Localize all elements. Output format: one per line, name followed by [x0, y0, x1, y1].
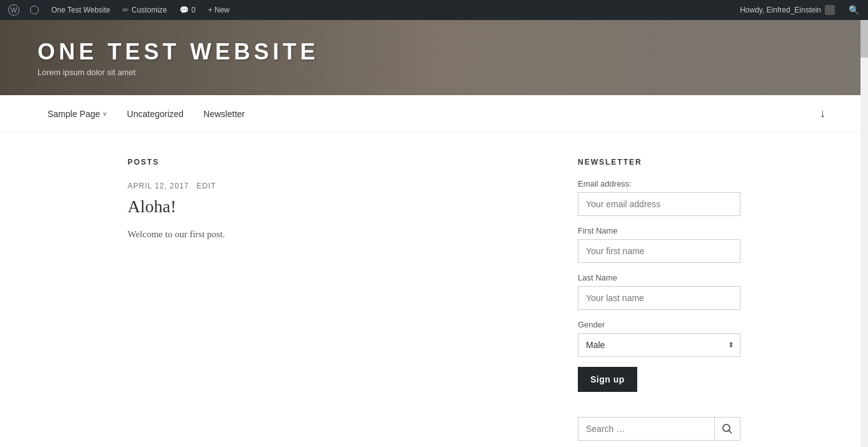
signup-button[interactable]: Sign up [578, 367, 637, 392]
svg-point-3 [723, 424, 730, 431]
adminbar-comments[interactable]: 💬 0 [174, 0, 201, 20]
first-name-label: First Name [578, 226, 740, 235]
site-title: ONE TEST WEBSITE [38, 39, 319, 65]
search-icon [722, 424, 732, 434]
nav-item-sample-page[interactable]: Sample Page ∨ [38, 99, 117, 129]
adminbar-search-icon[interactable]: 🔍 [845, 5, 863, 15]
email-input[interactable] [578, 192, 740, 216]
adminbar-right: Howdy, Einfred_Einstein 🔍 [735, 5, 863, 15]
first-name-group: First Name [578, 226, 740, 263]
gender-select-wrapper: Male Female Other [578, 333, 740, 357]
last-name-label: Last Name [578, 273, 740, 282]
search-form [578, 417, 740, 441]
user-avatar [825, 5, 835, 15]
adminbar-new[interactable]: + New [203, 0, 235, 20]
search-button[interactable] [714, 418, 740, 440]
scrollbar-track[interactable] [860, 20, 868, 447]
site-nav: Sample Page ∨ Uncategorized Newsletter ↓ [0, 95, 868, 133]
nav-item-uncategorized[interactable]: Uncategorized [117, 99, 193, 129]
posts-column: POSTS APRIL 12, 2017 EDIT Aloha! Welcome… [128, 158, 540, 441]
nav-link-uncategorized[interactable]: Uncategorized [117, 99, 193, 129]
email-group: Email address: [578, 179, 740, 216]
post-meta: APRIL 12, 2017 EDIT [128, 182, 540, 190]
last-name-input[interactable] [578, 286, 740, 310]
site-header-text: ONE TEST WEBSITE Lorem ipsum dolor sit a… [38, 39, 319, 77]
chevron-down-icon: ∨ [103, 110, 107, 117]
site-header: ONE TEST WEBSITE Lorem ipsum dolor sit a… [0, 20, 868, 95]
last-name-group: Last Name [578, 273, 740, 310]
adminbar-site-name[interactable]: One Test Website [46, 0, 115, 20]
nav-item-newsletter[interactable]: Newsletter [193, 99, 255, 129]
search-widget [578, 417, 740, 441]
post-item: APRIL 12, 2017 EDIT Aloha! Welcome to ou… [128, 182, 540, 242]
gender-label: Gender [578, 320, 740, 329]
nav-link-newsletter[interactable]: Newsletter [193, 99, 255, 129]
post-title: Aloha! [128, 197, 540, 217]
post-edit-link[interactable]: EDIT [196, 182, 216, 190]
svg-text:W: W [11, 6, 18, 14]
site-main: POSTS APRIL 12, 2017 EDIT Aloha! Welcome… [90, 133, 778, 447]
svg-line-4 [729, 431, 732, 434]
nav-scroll-down-button[interactable]: ↓ [815, 105, 830, 123]
gender-group: Gender Male Female Other [578, 320, 740, 357]
sidebar: NEWSLETTER Email address: First Name Las… [578, 158, 740, 441]
svg-point-2 [31, 6, 39, 14]
post-excerpt: Welcome to our first post. [128, 227, 540, 242]
wp-logo-icon[interactable]: W [5, 1, 23, 19]
site-tagline: Lorem ipsum dolor sit amet [38, 68, 319, 77]
nav-menu: Sample Page ∨ Uncategorized Newsletter [38, 99, 815, 129]
adminbar-howdy[interactable]: Howdy, Einfred_Einstein [735, 5, 840, 15]
first-name-input[interactable] [578, 239, 740, 263]
email-label: Email address: [578, 179, 740, 188]
post-title-link[interactable]: Aloha! [128, 197, 176, 216]
posts-heading: POSTS [128, 158, 540, 167]
post-date: APRIL 12, 2017 [128, 182, 189, 190]
newsletter-widget-title: NEWSLETTER [578, 158, 740, 167]
admin-bar: W One Test Website ✏ Customize 💬 0 + New… [0, 0, 868, 20]
newsletter-widget: NEWSLETTER Email address: First Name Las… [578, 158, 740, 392]
nav-link-sample-page[interactable]: Sample Page ∨ [38, 99, 117, 129]
scrollbar-thumb[interactable] [860, 20, 868, 58]
gender-select[interactable]: Male Female Other [578, 333, 740, 357]
adminbar-site-icon[interactable] [25, 0, 44, 20]
adminbar-customize[interactable]: ✏ Customize [118, 0, 172, 20]
search-input[interactable] [578, 418, 714, 440]
